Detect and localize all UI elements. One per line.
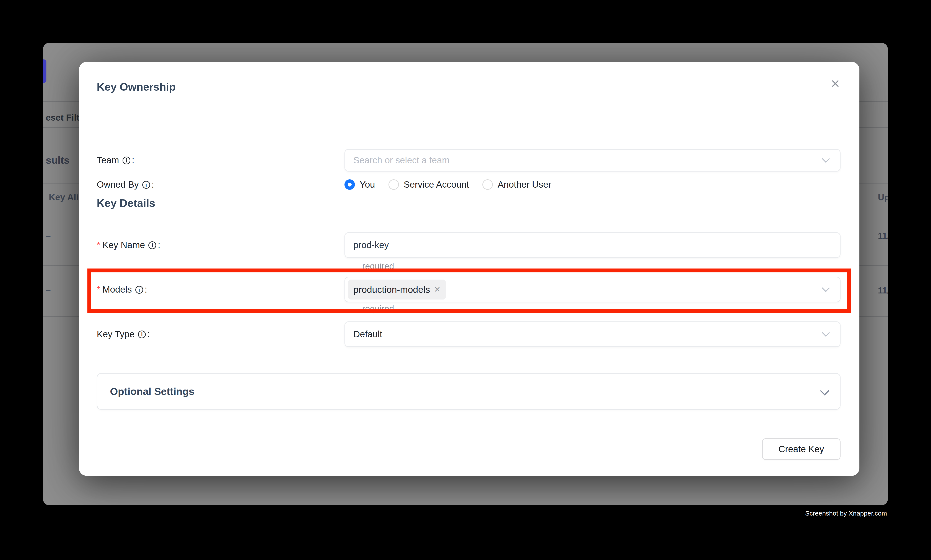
radio-you[interactable]: You	[345, 179, 375, 190]
close-icon[interactable]: ✕	[826, 74, 845, 94]
key-name-label-text: Key Name	[102, 240, 145, 250]
models-row: *Modelsi: production-models ✕	[97, 277, 840, 302]
chevron-down-icon	[820, 386, 829, 395]
background-updated-header-partial: Up	[878, 192, 888, 203]
required-asterisk: *	[97, 284, 100, 295]
key-name-row: *Key Namei: prod-key	[97, 232, 840, 258]
team-select-placeholder: Search or select a team	[353, 155, 450, 166]
background-key-alias-header-partial: Key Alia	[49, 192, 83, 202]
background-row-dash: –	[46, 231, 51, 241]
label-colon: :	[147, 329, 150, 339]
info-icon[interactable]: i	[135, 286, 143, 294]
models-select[interactable]: production-models ✕	[345, 277, 840, 302]
optional-settings-panel[interactable]: Optional Settings	[97, 373, 840, 410]
key-type-row: Key Typei: Default	[97, 322, 840, 347]
background-row-dash: –	[46, 285, 51, 295]
key-type-label-text: Key Type	[97, 329, 134, 339]
selected-model-tag-text: production-models	[353, 284, 430, 295]
models-label-text: Models	[102, 284, 132, 295]
required-asterisk: *	[97, 240, 100, 250]
owned-by-label: Owned Byi:	[97, 179, 345, 190]
modal-title-key-ownership: Key Ownership	[97, 80, 176, 94]
radio-another-user-label: Another User	[498, 179, 551, 190]
info-icon[interactable]: i	[142, 181, 150, 189]
label-colon: :	[158, 240, 160, 250]
key-name-label: *Key Namei:	[97, 240, 345, 250]
team-label: Teami:	[97, 155, 345, 166]
label-colon: :	[145, 284, 147, 295]
chevron-down-icon	[822, 329, 830, 337]
radio-service-account-label: Service Account	[404, 179, 469, 190]
optional-settings-title: Optional Settings	[110, 385, 821, 397]
label-colon: :	[152, 179, 154, 190]
background-row-date-partial: 11/	[878, 231, 888, 241]
radio-you-label: You	[360, 179, 375, 190]
section-heading-key-details: Key Details	[97, 197, 155, 210]
key-name-input[interactable]: prod-key	[345, 232, 840, 258]
team-select[interactable]: Search or select a team	[345, 149, 840, 172]
background-row-date-partial: 11/	[878, 285, 888, 295]
create-key-modal: Key Ownership ✕ Owned Byi: You Service A…	[79, 62, 859, 476]
models-label: *Modelsi:	[97, 284, 345, 295]
chevron-down-icon	[822, 155, 830, 163]
tag-remove-icon[interactable]: ✕	[434, 286, 440, 294]
key-type-value: Default	[353, 329, 382, 339]
background-reset-filters-partial: eset Filt	[46, 112, 79, 123]
team-label-text: Team	[97, 155, 119, 166]
owned-by-label-text: Owned By	[97, 179, 139, 190]
create-key-button[interactable]: Create Key	[762, 438, 840, 460]
label-colon: :	[132, 155, 134, 166]
radio-service-account[interactable]: Service Account	[388, 179, 469, 190]
radio-selected-icon[interactable]	[345, 179, 355, 190]
key-type-select[interactable]: Default	[345, 322, 840, 347]
key-name-required-hint: required	[362, 260, 394, 272]
radio-unselected-icon[interactable]	[388, 179, 399, 190]
models-required-hint: required	[362, 303, 394, 314]
background-primary-button	[43, 59, 46, 83]
info-icon[interactable]: i	[148, 242, 156, 249]
key-name-value: prod-key	[353, 240, 389, 250]
info-icon[interactable]: i	[138, 331, 146, 338]
info-icon[interactable]: i	[123, 157, 130, 165]
owned-by-row: Owned Byi: You Service Account Another U…	[97, 172, 840, 197]
radio-another-user[interactable]: Another User	[482, 179, 551, 190]
team-row: Teami: Search or select a team	[97, 149, 840, 172]
chevron-down-icon	[822, 284, 830, 292]
watermark-text: Screenshot by Xnapper.com	[805, 510, 887, 517]
owned-by-radio-group: You Service Account Another User	[345, 179, 551, 190]
radio-unselected-icon[interactable]	[482, 179, 493, 190]
background-results-partial: sults	[46, 154, 70, 166]
key-type-label: Key Typei:	[97, 329, 345, 339]
selected-model-tag: production-models ✕	[348, 280, 446, 300]
